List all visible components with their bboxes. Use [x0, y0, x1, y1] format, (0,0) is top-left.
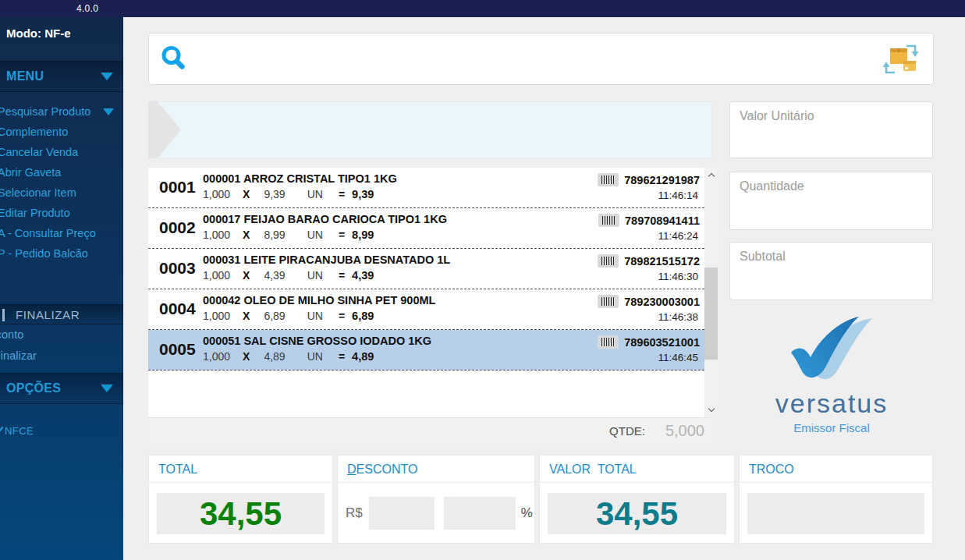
app-window: 4.0.0 Modo: NF-e MENU Pesquisar Produto …	[0, 0, 965, 560]
valor-unitario-label: Valor Unitário	[740, 109, 814, 122]
quantity-value: 1,000	[203, 310, 230, 322]
sale-items-list: 0001 000001 ARROZ CRISTAL TIPO1 1KG 1,00…	[148, 168, 718, 417]
unit-price-value: 4,39	[264, 269, 285, 282]
valor-total-value: 34,55	[596, 495, 678, 533]
subtotal-field[interactable]: Subtotal	[729, 242, 933, 300]
check-icon	[0, 424, 3, 434]
product-description: 000017 FEIJAO BARAO CARIOCA TIPO1 1KG	[203, 213, 545, 225]
desconto-label: DESCONTO	[338, 455, 534, 483]
chevron-down-icon	[708, 406, 714, 412]
sidebar-item-complemento[interactable]: Complemento	[0, 122, 123, 142]
unit-price-value: 8,99	[264, 229, 285, 241]
troco-panel: TROCO	[739, 455, 933, 544]
finalizar-header-label: FINALIZAR	[16, 308, 80, 321]
barcode-value: 789821515172	[624, 255, 700, 268]
line-total-value: 6,89	[352, 310, 374, 322]
sidebar-item-editar-produto[interactable]: Editar Produto	[0, 203, 123, 223]
quantidade-field[interactable]: Quantidade	[729, 172, 933, 230]
line-total-value: 9,39	[352, 188, 374, 200]
qtde-label: QTDE:	[609, 424, 645, 438]
unit-label: UN	[307, 269, 323, 282]
app-version: 4.0.0	[76, 3, 98, 14]
quantity-value: 1,000	[203, 269, 230, 282]
chevron-up-icon	[708, 173, 714, 179]
desconto-amount-input[interactable]	[369, 497, 435, 530]
currency-label: R$	[346, 505, 363, 521]
table-row[interactable]: 0001 000001 ARROZ CRISTAL TIPO1 1KG 1,00…	[148, 168, 704, 208]
table-row-selected[interactable]: 0005 000051 SAL CISNE GROSSO IODADO 1KG …	[148, 330, 704, 370]
finalizar-section-header[interactable]: FINALIZAR	[0, 304, 123, 324]
times-symbol: X	[243, 229, 250, 241]
product-description: 000031 LEITE PIRACANJUBA DESNATADO 1L	[203, 253, 545, 266]
barcode-icon	[598, 214, 619, 227]
sidebar-item-consultar-preco[interactable]: A - Consultar Preço	[0, 223, 123, 243]
table-row[interactable]: 0004 000042 OLEO DE MILHO SINHA PET 900M…	[148, 289, 704, 330]
barcode-icon	[598, 335, 619, 349]
brand-name: versatus	[741, 388, 922, 419]
opcoes-section-header[interactable]: OPÇÕES	[0, 373, 123, 404]
equals-symbol: =	[339, 350, 345, 363]
troco-label: TROCO	[740, 455, 932, 483]
sidebar-item-label: Pesquisar Produto	[0, 101, 90, 122]
product-description: 000001 ARROZ CRISTAL TIPO1 1KG	[203, 172, 545, 185]
total-value: 34,55	[200, 495, 282, 533]
menu-header-label: MENU	[6, 69, 44, 83]
line-number: 0003	[159, 253, 203, 289]
time-stamp: 11:46:30	[545, 271, 700, 282]
chevron-right-icon	[148, 101, 181, 158]
scroll-up-button[interactable]	[704, 168, 718, 182]
scan-display-banner	[148, 101, 712, 158]
equals-symbol: =	[339, 229, 345, 241]
quantity-value: 1,000	[203, 229, 230, 241]
list-scrollbar[interactable]	[704, 168, 718, 417]
desconto-panel: DESCONTO R$ %	[337, 455, 535, 544]
menu-items: Pesquisar Produto Complemento Cancelar V…	[0, 101, 123, 264]
list-footer: QTDE: 5,000	[148, 417, 712, 443]
desconto-percent-input[interactable]	[444, 497, 516, 530]
sale-items-rows: 0001 000001 ARROZ CRISTAL TIPO1 1KG 1,00…	[148, 168, 704, 417]
barcode-value: 789621291987	[624, 174, 700, 186]
sidebar-item-desconto[interactable]: Desconto	[0, 324, 123, 346]
sidebar-item-selecionar-item[interactable]: Selecionar Item	[0, 183, 123, 203]
chevron-down-icon	[103, 108, 114, 115]
time-stamp: 11:46:24	[545, 230, 700, 242]
time-stamp: 11:46:14	[545, 190, 700, 201]
title-bar: 4.0.0	[0, 0, 965, 17]
barcode-icon	[598, 254, 619, 268]
mode-label: Modo: NF-e	[6, 27, 70, 40]
sidebar: Modo: NF-e MENU Pesquisar Produto Comple…	[0, 17, 123, 560]
search-input[interactable]	[197, 41, 868, 78]
line-total-value: 8,99	[352, 229, 374, 241]
sidebar-item-finalizar[interactable]: Finalizar	[0, 346, 123, 367]
scrollbar-thumb[interactable]	[704, 268, 718, 360]
equals-symbol: =	[339, 188, 345, 200]
time-stamp: 11:46:38	[545, 311, 700, 323]
equals-symbol: =	[339, 269, 345, 282]
barcode-icon	[598, 295, 619, 308]
valor-total-label: VALOR TOTAL	[540, 455, 734, 483]
section-marker-icon	[2, 309, 5, 321]
sidebar-item-nfce[interactable]: NFCE	[0, 423, 34, 438]
unit-price-value: 9,39	[264, 188, 285, 200]
sidebar-item-cancelar-venda[interactable]: Cancelar Venda	[0, 142, 123, 162]
times-symbol: X	[243, 269, 250, 282]
unit-label: UN	[307, 310, 323, 322]
valor-unitario-field[interactable]: Valor Unitário	[729, 101, 933, 158]
times-symbol: X	[243, 310, 250, 322]
sidebar-item-abrir-gaveta[interactable]: Abrir Gaveta	[0, 162, 123, 183]
unit-price-value: 6,89	[264, 310, 285, 322]
line-total-value: 4,39	[352, 269, 374, 282]
menu-section-header[interactable]: MENU	[0, 61, 123, 92]
line-number: 0005	[159, 335, 203, 370]
finalizar-items: Desconto Finalizar	[0, 324, 123, 367]
table-row[interactable]: 0003 000031 LEITE PIRACANJUBA DESNATADO …	[148, 249, 704, 289]
barcode-value: 789708941411	[625, 214, 700, 227]
scroll-down-button[interactable]	[704, 403, 718, 416]
total-label: TOTAL	[149, 455, 332, 483]
sidebar-item-pesquisar-produto[interactable]: Pesquisar Produto	[0, 101, 123, 122]
product-exchange-icon[interactable]	[880, 41, 922, 77]
sidebar-item-pedido-balcao[interactable]: P - Pedido Balcão	[0, 243, 123, 264]
opcoes-header-label: OPÇÕES	[6, 381, 61, 395]
unit-label: UN	[307, 188, 323, 200]
table-row[interactable]: 0002 000017 FEIJAO BARAO CARIOCA TIPO1 1…	[148, 208, 704, 249]
